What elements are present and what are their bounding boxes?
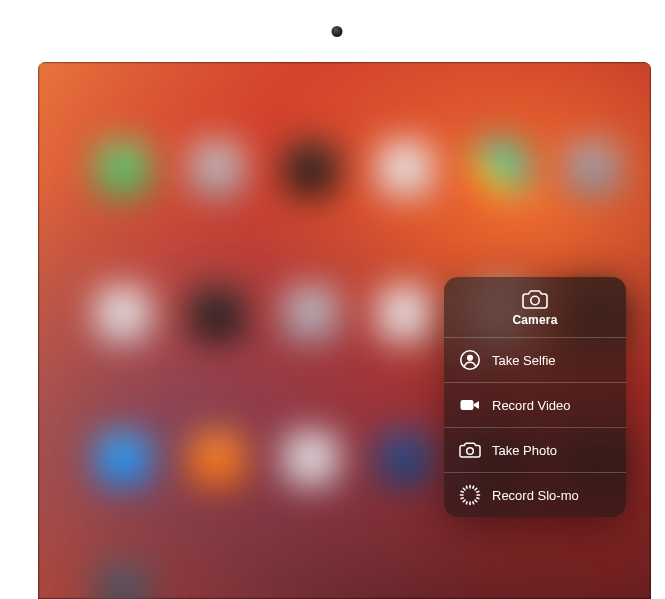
svg-line-17 — [461, 498, 463, 499]
svg-line-14 — [473, 502, 474, 504]
blurred-app-icon — [96, 432, 150, 486]
svg-line-12 — [475, 488, 477, 490]
camera-quick-actions-menu: Camera Take Selfie — [444, 277, 626, 517]
blurred-app-icon — [378, 142, 432, 196]
blurred-app-icon — [284, 142, 338, 196]
blurred-app-icon — [190, 142, 244, 196]
menu-item-take-selfie[interactable]: Take Selfie — [444, 337, 626, 382]
blurred-app-icon — [190, 287, 244, 341]
svg-rect-3 — [461, 400, 474, 410]
blurred-app-icon — [566, 142, 620, 196]
video-icon — [459, 394, 481, 416]
svg-line-9 — [463, 488, 465, 490]
blurred-app-icon — [284, 432, 338, 486]
svg-line-19 — [466, 502, 467, 504]
svg-line-10 — [475, 500, 477, 502]
device-bezel: Camera Take Selfie — [8, 0, 665, 599]
menu-header[interactable]: Camera — [444, 277, 626, 337]
menu-item-label: Record Video — [492, 398, 611, 413]
front-camera-dot — [331, 26, 342, 37]
svg-point-0 — [531, 296, 539, 304]
svg-line-20 — [473, 486, 474, 488]
svg-line-11 — [463, 500, 465, 502]
camera-icon — [522, 289, 548, 309]
blurred-app-icon — [96, 562, 150, 599]
device-screen: Camera Take Selfie — [38, 62, 651, 599]
blurred-app-icon — [96, 287, 150, 341]
blurred-app-icon — [190, 432, 244, 486]
svg-line-16 — [477, 498, 479, 499]
selfie-icon — [459, 349, 481, 371]
blurred-app-icon — [378, 287, 432, 341]
svg-line-15 — [461, 491, 463, 492]
menu-item-record-video[interactable]: Record Video — [444, 382, 626, 427]
menu-title: Camera — [454, 313, 616, 327]
svg-point-2 — [467, 355, 473, 361]
blurred-app-icon — [284, 287, 338, 341]
svg-point-4 — [467, 448, 474, 455]
blurred-app-icon — [378, 432, 432, 486]
menu-item-record-slomo[interactable]: Record Slo-mo — [444, 472, 626, 517]
blurred-app-icon — [96, 142, 150, 196]
camera-icon — [459, 439, 481, 461]
slomo-icon — [459, 484, 481, 506]
svg-line-13 — [466, 486, 467, 488]
menu-item-label: Take Photo — [492, 443, 611, 458]
menu-item-label: Take Selfie — [492, 353, 611, 368]
menu-item-take-photo[interactable]: Take Photo — [444, 427, 626, 472]
menu-item-label: Record Slo-mo — [492, 488, 611, 503]
device-frame: Camera Take Selfie — [0, 0, 665, 599]
blurred-app-icon — [472, 142, 526, 196]
svg-line-18 — [477, 491, 479, 492]
